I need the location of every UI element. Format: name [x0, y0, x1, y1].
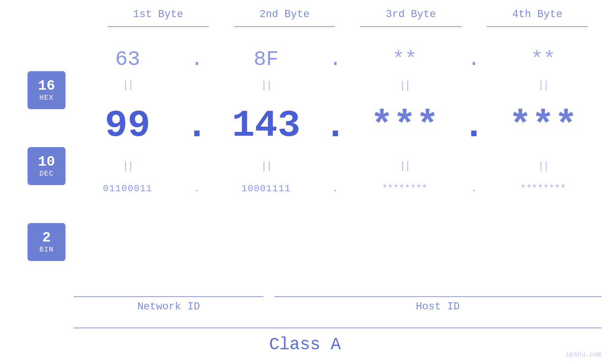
byte-header-4: 4th Byte — [474, 9, 601, 20]
full-bottom-bracket — [74, 327, 601, 328]
byte-header-1: 1st Byte — [95, 9, 221, 20]
byte-header-3: 3rd Byte — [348, 9, 474, 20]
bin-bracket-lines — [74, 296, 601, 297]
top-bracket-1 — [108, 26, 209, 27]
eq1-b2: || — [261, 80, 271, 92]
bin-b3: ******** — [382, 183, 427, 194]
watermark: ipshu.com — [565, 351, 601, 358]
dec-b3: *** — [370, 104, 439, 148]
dec-b2: 143 — [232, 107, 300, 145]
eq2-b4: || — [538, 160, 548, 172]
bin-dot-2: . — [332, 183, 338, 194]
hex-row: 63 . 8F . ** . ** — [70, 43, 601, 76]
bottom-labels-row: Network ID Host ID — [74, 301, 601, 313]
top-bracket-4 — [487, 26, 588, 27]
top-bracket-2 — [234, 26, 335, 27]
dec-dot-2: . — [324, 104, 347, 148]
hex-badge: 16 HEX — [28, 71, 66, 109]
class-label: Class A — [269, 335, 341, 355]
hex-b1: 63 — [115, 47, 140, 71]
bin-bracket-host — [274, 296, 601, 297]
hex-dot-2: . — [329, 47, 341, 71]
bin-b1: 01100011 — [103, 183, 152, 194]
dec-badge: 10 DEC — [28, 147, 66, 185]
badge-column: 16 HEX 10 DEC 2 BIN — [23, 52, 70, 280]
hex-dot-3: . — [468, 47, 480, 71]
bin-bracket-area: Network ID Host ID — [74, 296, 601, 313]
eq1-b1: || — [122, 80, 133, 92]
hex-badge-label: HEX — [39, 94, 54, 102]
bin-dot-3: . — [471, 183, 477, 194]
bin-badge-number: 2 — [42, 230, 51, 246]
dec-b1: 99 — [105, 107, 150, 145]
host-id-label: Host ID — [274, 301, 601, 313]
bin-badge: 2 BIN — [28, 223, 66, 261]
byte-headers: 1st Byte 2nd Byte 3rd Byte 4th Byte — [95, 9, 601, 20]
eq2-b1: || — [122, 160, 133, 172]
eq1-b4: || — [538, 80, 548, 92]
rows-container: 16 HEX 10 DEC 2 BIN 63 . 8F . ** . ** — [23, 43, 601, 280]
diagram: 1st Byte 2nd Byte 3rd Byte 4th Byte 16 H… — [0, 0, 610, 364]
network-id-label: Network ID — [74, 301, 263, 313]
top-bracket-3 — [360, 26, 461, 27]
bin-badge-label: BIN — [39, 246, 54, 254]
eq2-b2: || — [261, 160, 271, 172]
values-grid: 63 . 8F . ** . ** || || || || 99 — [70, 43, 601, 280]
dec-b4: *** — [509, 104, 577, 148]
eq1-b3: || — [399, 80, 410, 92]
bin-row: 01100011 . 10001111 . ******** . *******… — [70, 176, 601, 202]
bin-bracket-network — [74, 296, 263, 297]
dec-dot-1: . — [186, 104, 208, 148]
top-bracket-lines — [95, 26, 601, 27]
bin-b4: ******** — [520, 183, 566, 194]
class-row: Class A — [0, 335, 610, 355]
hex-dot-1: . — [191, 47, 203, 71]
hex-b2: 8F — [253, 47, 279, 71]
equals-row-1: || || || || — [70, 76, 601, 95]
dec-badge-number: 10 — [38, 154, 55, 170]
hex-badge-number: 16 — [38, 78, 55, 94]
bin-dot-1: . — [194, 183, 200, 194]
dec-badge-label: DEC — [39, 170, 54, 178]
dec-row: 99 . 143 . *** . *** — [70, 95, 601, 157]
eq2-b3: || — [399, 160, 410, 172]
hex-b4: ** — [531, 47, 556, 71]
dec-dot-3: . — [462, 104, 485, 148]
bin-b2: 10001111 — [242, 183, 291, 194]
hex-b3: ** — [392, 47, 417, 71]
byte-header-2: 2nd Byte — [221, 9, 347, 20]
equals-row-2: || || || || — [70, 157, 601, 176]
